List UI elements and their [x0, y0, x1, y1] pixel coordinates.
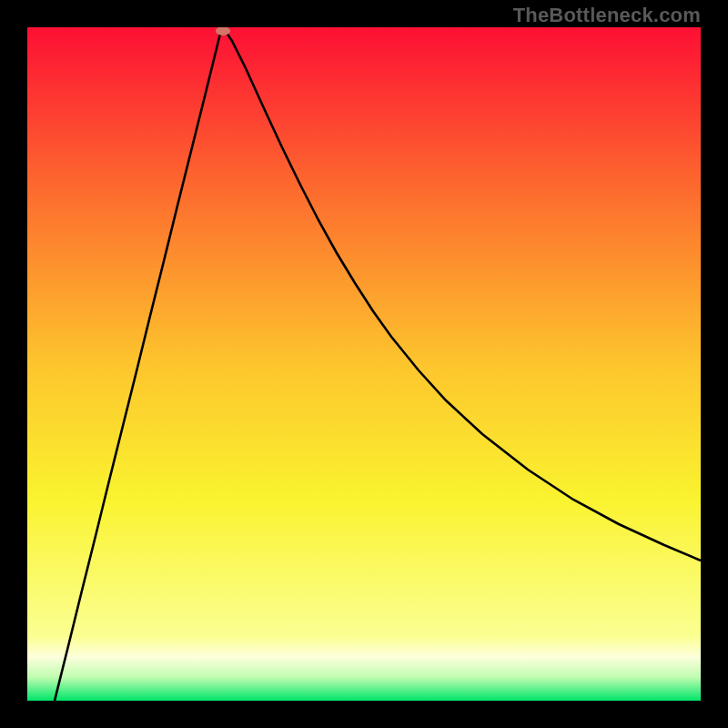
chart-area — [27, 27, 701, 701]
chart-svg — [27, 27, 701, 701]
chart-background — [27, 27, 701, 701]
watermark-text: TheBottleneck.com — [513, 4, 701, 27]
